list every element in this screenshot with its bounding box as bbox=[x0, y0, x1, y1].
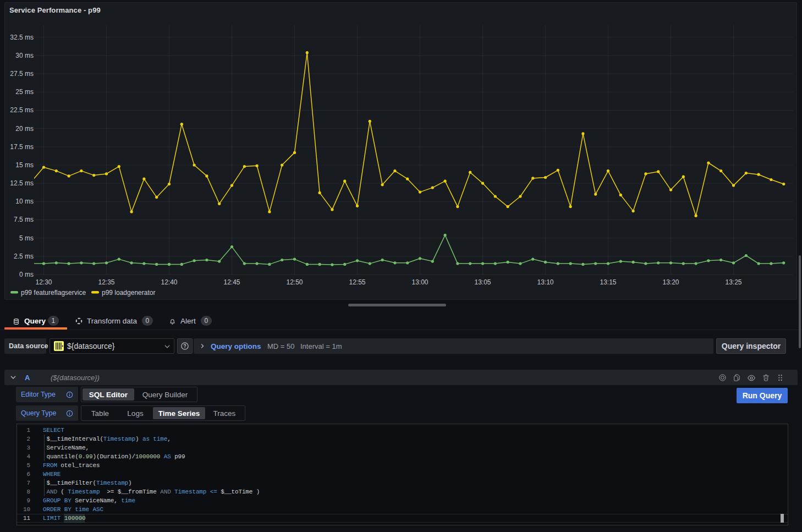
svg-text:2.5 ms: 2.5 ms bbox=[14, 253, 34, 260]
svg-text:12:30: 12:30 bbox=[35, 278, 52, 286]
svg-text:13:15: 13:15 bbox=[600, 278, 616, 286]
svg-text:5 ms: 5 ms bbox=[19, 234, 34, 242]
svg-text:12:50: 12:50 bbox=[286, 278, 303, 286]
svg-text:30 ms: 30 ms bbox=[15, 52, 34, 59]
svg-text:13:25: 13:25 bbox=[725, 278, 741, 286]
svg-text:22.5 ms: 22.5 ms bbox=[10, 106, 34, 114]
svg-text:13:00: 13:00 bbox=[411, 278, 428, 286]
svg-text:13:20: 13:20 bbox=[662, 278, 679, 286]
svg-text:32.5 ms: 32.5 ms bbox=[10, 34, 34, 41]
svg-text:17.5 ms: 17.5 ms bbox=[10, 143, 34, 151]
svg-text:12:35: 12:35 bbox=[98, 278, 114, 286]
svg-text:p99 featureflagservice: p99 featureflagservice bbox=[21, 289, 86, 297]
svg-text:7.5 ms: 7.5 ms bbox=[14, 216, 34, 223]
svg-text:p99 loadgenerator: p99 loadgenerator bbox=[102, 289, 155, 297]
svg-text:10 ms: 10 ms bbox=[15, 198, 34, 205]
svg-text:0 ms: 0 ms bbox=[19, 271, 34, 278]
svg-text:12.5 ms: 12.5 ms bbox=[10, 179, 34, 187]
svg-text:12:40: 12:40 bbox=[161, 278, 177, 286]
svg-text:15 ms: 15 ms bbox=[15, 161, 34, 169]
svg-text:27.5 ms: 27.5 ms bbox=[10, 70, 34, 78]
svg-text:13:05: 13:05 bbox=[474, 278, 491, 286]
svg-text:25 ms: 25 ms bbox=[15, 88, 34, 96]
svg-text:13:10: 13:10 bbox=[537, 278, 553, 286]
svg-text:12:55: 12:55 bbox=[349, 278, 365, 286]
svg-text:12:45: 12:45 bbox=[223, 278, 240, 286]
svg-text:20 ms: 20 ms bbox=[15, 125, 34, 133]
